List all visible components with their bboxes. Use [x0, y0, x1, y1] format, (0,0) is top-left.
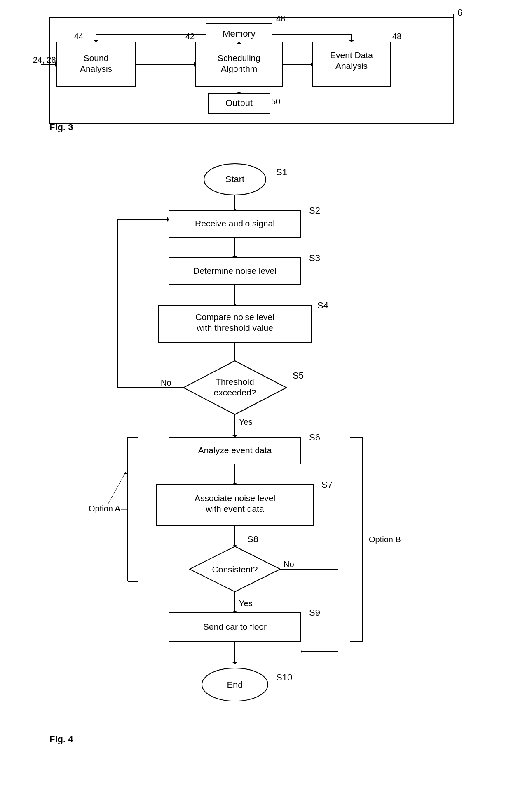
- svg-text:44: 44: [74, 32, 83, 41]
- svg-text:with threshold value: with threshold value: [196, 323, 273, 332]
- svg-text:Analysis: Analysis: [80, 64, 112, 73]
- svg-text:Fig. 4: Fig. 4: [49, 734, 73, 744]
- svg-text:Threshold: Threshold: [216, 377, 254, 386]
- svg-text:Consistent?: Consistent?: [212, 565, 258, 574]
- svg-text:Sound: Sound: [84, 53, 109, 63]
- svg-text:S4: S4: [317, 300, 328, 311]
- svg-text:S9: S9: [309, 607, 320, 618]
- svg-text:48: 48: [392, 32, 401, 41]
- svg-text:S8: S8: [247, 534, 258, 544]
- svg-text:Determine noise level: Determine noise level: [193, 266, 277, 275]
- svg-text:Analyze event data: Analyze event data: [198, 445, 272, 455]
- svg-text:Algorithm: Algorithm: [221, 64, 258, 73]
- svg-text:Start: Start: [225, 174, 244, 184]
- svg-text:End: End: [227, 680, 243, 690]
- svg-line-79: [108, 472, 126, 504]
- svg-text:Scheduling: Scheduling: [218, 53, 260, 63]
- fig4: Start S1 Receive audio signal S2 Determi…: [16, 153, 486, 804]
- svg-text:Option A: Option A: [89, 504, 120, 513]
- fig4-diagram-svg: Start S1 Receive audio signal S2 Determi…: [16, 153, 486, 804]
- svg-text:Yes: Yes: [239, 417, 253, 426]
- svg-text:Memory: Memory: [223, 28, 255, 39]
- svg-text:Send car to floor: Send car to floor: [203, 622, 267, 631]
- svg-text:50: 50: [271, 97, 280, 106]
- svg-text:S7: S7: [321, 480, 333, 490]
- svg-text:Output: Output: [225, 98, 253, 108]
- svg-text:Fig. 3: Fig. 3: [49, 122, 73, 132]
- svg-text:S5: S5: [293, 370, 304, 381]
- svg-marker-80: [124, 472, 127, 474]
- svg-text:with event data: with event data: [205, 504, 264, 513]
- svg-text:S3: S3: [309, 253, 320, 263]
- fig3-diagram-svg: Memory Sound Analysis Scheduling Algorit…: [16, 8, 486, 136]
- svg-text:Associate noise level: Associate noise level: [195, 493, 275, 503]
- svg-text:S2: S2: [309, 205, 320, 216]
- fig3: Memory Sound Analysis Scheduling Algorit…: [16, 8, 486, 136]
- svg-text:S6: S6: [309, 432, 320, 442]
- svg-text:42: 42: [185, 32, 195, 41]
- svg-marker-100: [301, 649, 302, 654]
- svg-text:S1: S1: [276, 167, 287, 177]
- svg-text:Analysis: Analysis: [335, 61, 368, 71]
- svg-text:Option B: Option B: [369, 535, 401, 544]
- svg-marker-107: [232, 662, 237, 664]
- svg-text:6: 6: [457, 7, 462, 18]
- svg-text:exceeded?: exceeded?: [214, 388, 256, 397]
- svg-text:Compare noise level: Compare noise level: [195, 312, 274, 322]
- svg-text:S10: S10: [276, 672, 292, 683]
- svg-text:No: No: [161, 378, 171, 387]
- svg-text:Receive audio signal: Receive audio signal: [195, 219, 275, 228]
- svg-text:46: 46: [276, 14, 285, 23]
- svg-text:24, 28: 24, 28: [33, 55, 56, 64]
- svg-text:No: No: [284, 560, 294, 569]
- svg-text:Yes: Yes: [239, 599, 253, 608]
- svg-text:Event Data: Event Data: [330, 50, 373, 60]
